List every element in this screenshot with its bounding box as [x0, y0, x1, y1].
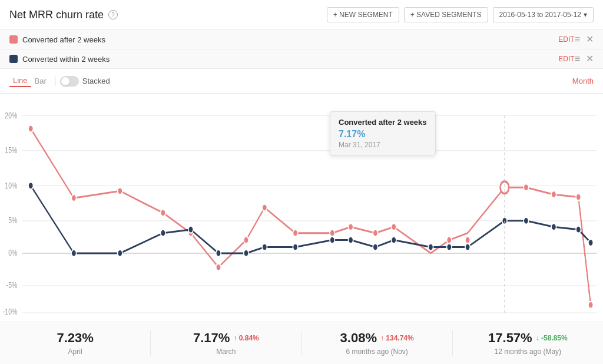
segment-color-1 — [9, 35, 18, 44]
svg-point-43 — [188, 226, 193, 233]
svg-point-44 — [216, 250, 221, 257]
stat-value-april: 7.23% — [57, 330, 93, 346]
segment-edit-2[interactable]: EDIT — [558, 55, 574, 63]
segment-edit-1[interactable]: EDIT — [558, 35, 574, 44]
header: Net MRR churn rate ? + NEW SEGMENT + SAV… — [0, 0, 603, 30]
stat-item-6months: 3.08% ↑ 134.74% 6 months ago (Nov) — [302, 330, 453, 356]
svg-point-36 — [551, 191, 556, 198]
pink-line — [31, 129, 591, 305]
svg-point-29 — [348, 223, 353, 230]
svg-point-59 — [588, 239, 593, 246]
stacked-toggle[interactable] — [60, 76, 79, 87]
svg-point-33 — [447, 237, 452, 244]
svg-text:10%: 10% — [5, 180, 17, 190]
svg-text:5%: 5% — [8, 215, 17, 225]
segment-actions-2: ≡ ✕ — [575, 54, 594, 64]
stat-item-april: 7.23% April — [0, 330, 151, 356]
stacked-label: Stacked — [82, 77, 110, 85]
svg-point-27 — [293, 230, 297, 237]
svg-point-24 — [216, 264, 221, 271]
chart-controls: Line Bar Stacked Month — [0, 69, 603, 94]
svg-point-22 — [161, 209, 165, 216]
menu-icon-1[interactable]: ≡ — [575, 35, 580, 44]
svg-point-46 — [262, 244, 267, 251]
stat-label-april: April — [0, 348, 150, 356]
segments: Converted after 2 weeks EDIT ≡ ✕ Convert… — [0, 30, 603, 69]
stat-value-march: 7.17% — [193, 330, 230, 346]
segment-row-1: Converted after 2 weeks EDIT ≡ ✕ — [0, 30, 603, 49]
stat-label-12months: 12 months ago (May) — [453, 348, 603, 356]
svg-point-52 — [428, 244, 433, 251]
svg-point-54 — [465, 244, 470, 251]
stat-value-6months: 3.08% — [340, 330, 377, 346]
svg-point-20 — [71, 194, 76, 201]
svg-point-56 — [524, 217, 528, 224]
stat-label-6months: 6 months ago (Nov) — [302, 348, 452, 356]
page-title: Net MRR churn rate — [9, 9, 104, 21]
stat-main-12months: 17.57% ↓ -58.85% — [453, 330, 603, 346]
header-actions: + NEW SEGMENT + SAVED SEGMENTS 2016-05-1… — [327, 7, 594, 22]
close-icon-2[interactable]: ✕ — [586, 54, 594, 64]
pink-dot-1 — [28, 125, 33, 133]
svg-text:15%: 15% — [5, 145, 17, 155]
segment-row-2: Converted within 2 weeks EDIT ≡ ✕ — [0, 49, 603, 68]
stat-main-march: 7.17% ↑ 0.84% — [151, 330, 301, 346]
stat-change-march: ↑ 0.84% — [233, 334, 259, 342]
segment-label-2: Converted within 2 weeks — [22, 55, 552, 64]
footer-stats: 7.23% April 7.17% ↑ 0.84% March 3.08% ↑ … — [0, 322, 603, 364]
date-range-button[interactable]: 2016-05-13 to 2017-05-12 ▾ — [493, 7, 594, 22]
line-chart-button[interactable]: Line — [9, 75, 31, 87]
svg-point-26 — [262, 204, 267, 211]
svg-point-57 — [551, 223, 556, 230]
header-title: Net MRR churn rate ? — [9, 9, 327, 21]
svg-point-42 — [161, 230, 165, 237]
svg-text:20%: 20% — [5, 110, 17, 120]
chart-area: 20% 15% 10% 5% 0% -5% -10% May 2016 Jul … — [0, 94, 603, 322]
segment-color-2 — [9, 55, 18, 63]
date-range-label: 2016-05-13 to 2017-05-12 — [499, 11, 581, 19]
segment-label-1: Converted after 2 weeks — [22, 35, 552, 44]
line-chart: 20% 15% 10% 5% 0% -5% -10% May 2016 Jul … — [0, 94, 603, 322]
segment-actions-1: ≡ ✕ — [575, 35, 594, 44]
svg-point-41 — [118, 250, 122, 257]
svg-point-34 — [465, 237, 470, 244]
controls-divider — [55, 77, 55, 86]
stacked-toggle-container: Stacked — [60, 76, 110, 87]
svg-point-21 — [118, 187, 122, 194]
menu-icon-2[interactable]: ≡ — [575, 54, 580, 64]
toggle-knob — [61, 77, 69, 85]
help-icon[interactable]: ? — [108, 10, 118, 19]
svg-point-40 — [71, 250, 76, 257]
svg-point-48 — [330, 237, 334, 244]
stat-label-march: March — [151, 348, 301, 356]
svg-point-47 — [293, 244, 297, 251]
saved-segments-button[interactable]: + SAVED SEGMENTS — [404, 7, 488, 22]
svg-point-50 — [373, 244, 377, 251]
stat-value-12months: 17.57% — [488, 330, 532, 346]
svg-point-37 — [576, 194, 581, 201]
svg-point-45 — [244, 250, 249, 257]
svg-text:-10%: -10% — [3, 306, 17, 316]
svg-point-30 — [373, 230, 377, 237]
stat-change-12months: ↓ -58.85% — [536, 334, 568, 342]
svg-point-31 — [392, 223, 396, 230]
new-segment-button[interactable]: + NEW SEGMENT — [327, 7, 399, 22]
svg-point-49 — [348, 237, 353, 244]
bar-chart-button[interactable]: Bar — [31, 75, 50, 87]
svg-point-39 — [28, 182, 33, 189]
stat-item-march: 7.17% ↑ 0.84% March — [151, 330, 302, 356]
svg-text:-5%: -5% — [6, 280, 18, 290]
main-container: Net MRR churn rate ? + NEW SEGMENT + SAV… — [0, 0, 603, 364]
svg-point-58 — [576, 226, 581, 233]
month-button[interactable]: Month — [572, 77, 594, 85]
close-icon-1[interactable]: ✕ — [586, 35, 594, 44]
svg-point-38 — [588, 302, 593, 309]
svg-point-28 — [330, 230, 334, 237]
svg-point-51 — [392, 237, 396, 244]
stat-main-6months: 3.08% ↑ 134.74% — [302, 330, 452, 346]
date-chevron-icon: ▾ — [584, 11, 587, 19]
svg-point-25 — [244, 237, 249, 244]
chart-type-buttons: Line Bar — [9, 75, 50, 87]
stat-item-12months: 17.57% ↓ -58.85% 12 months ago (May) — [453, 330, 603, 356]
svg-text:0%: 0% — [8, 247, 17, 257]
